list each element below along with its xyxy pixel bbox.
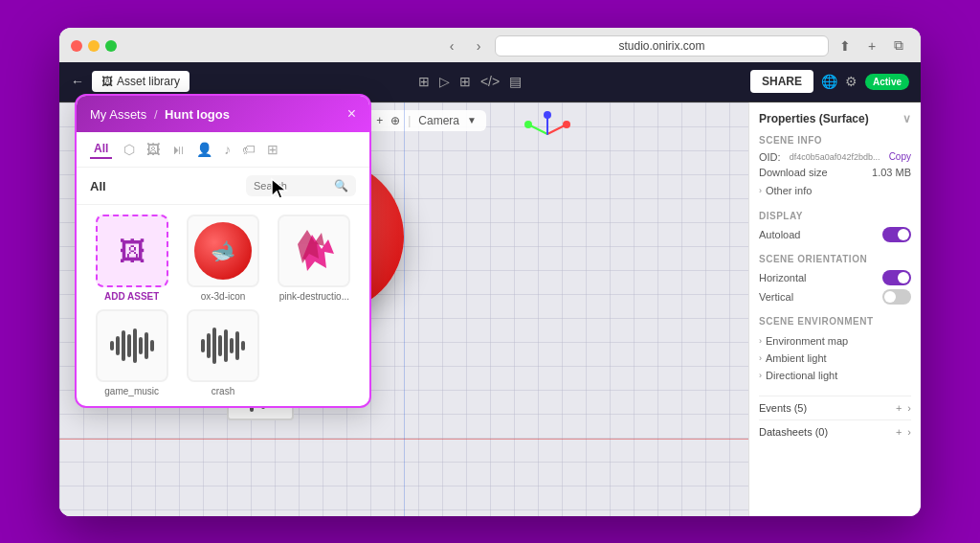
browser-window: ‹ › studio.onirix.com ⬆ + ⧉ ← 🖼 Asset li…	[59, 28, 921, 516]
search-input-wrap[interactable]: 🔍	[246, 175, 356, 196]
share-icon[interactable]: ⬆	[835, 35, 856, 57]
asset-thumb-crash[interactable]	[187, 309, 259, 382]
vertical-row: Vertical	[759, 289, 911, 305]
dot-red[interactable]	[71, 40, 82, 52]
copy-button[interactable]: Copy	[889, 151, 911, 162]
add-datasheet-icon[interactable]: +	[896, 426, 902, 438]
whale-icon-small: 🐋	[209, 237, 237, 265]
filter-tag-icon[interactable]: 🏷	[242, 142, 256, 157]
add-event-icon[interactable]: +	[896, 402, 902, 414]
close-button[interactable]: ×	[347, 105, 356, 123]
filter-audio-icon[interactable]: ♪	[224, 142, 231, 157]
grid-icon[interactable]: ⊞	[459, 74, 471, 89]
globe-icon: 🌐	[821, 74, 837, 89]
add-icon: 🖼	[119, 236, 145, 267]
expand-datasheets-icon[interactable]: ›	[907, 426, 911, 438]
active-badge: Active	[865, 74, 909, 90]
add-asset-thumb[interactable]: 🖼	[96, 215, 168, 287]
datasheets-row[interactable]: Datasheets (0) + ›	[759, 419, 911, 443]
address-bar[interactable]: studio.onirix.com	[495, 35, 829, 57]
camera-label: Camera	[418, 114, 459, 127]
filter-all-tab[interactable]: All	[90, 140, 112, 159]
play-icon[interactable]: ▷	[439, 74, 450, 89]
scene-info-section: SCENE INFO OID: df4c0b5a0af042f2bdb... C…	[759, 135, 911, 199]
tabs-icon[interactable]: ⧉	[888, 35, 909, 57]
browser-dots: ‹ › studio.onirix.com ⬆ + ⧉	[71, 35, 909, 57]
camera-dropdown-icon[interactable]: ▼	[467, 115, 477, 125]
download-value: 1.03 MB	[872, 167, 911, 178]
ox-3d-sphere: 🐋	[194, 222, 252, 280]
asset-item-pink-dest[interactable]: pink-destructio...	[273, 215, 356, 302]
add-object-icon[interactable]: +	[376, 114, 383, 127]
vertical-toggle[interactable]	[882, 289, 911, 305]
filter-video-icon[interactable]: ⏯	[171, 142, 185, 157]
asset-item-crash[interactable]: crash	[181, 309, 264, 396]
directional-light-row[interactable]: › Directional light	[759, 367, 911, 384]
add-asset-label: ADD ASSET	[104, 291, 159, 302]
filter-user-icon[interactable]: 👤	[196, 142, 212, 157]
axis-indicator	[523, 110, 571, 158]
svg-point-5	[544, 111, 551, 119]
orientation-section: SCENE ORIENTATION Horizontal Vertical	[759, 254, 911, 305]
asset-thumb-game-music[interactable]	[96, 309, 168, 382]
oid-value: df4c0b5a0af042f2bdb...	[790, 152, 880, 162]
layout-icon[interactable]: ▤	[509, 74, 522, 89]
autoload-row: Autoload	[759, 227, 911, 242]
nav-back-icon[interactable]: ‹	[441, 35, 462, 57]
env-map-row[interactable]: › Environment map	[759, 332, 911, 350]
oid-label: OID:	[759, 151, 781, 163]
asset-thumb-pink-dest[interactable]	[278, 215, 350, 287]
transform-icon[interactable]: ⊕	[390, 114, 400, 127]
filter-image-icon[interactable]: 🖼	[146, 142, 160, 157]
directional-light-label: Directional light	[766, 370, 837, 381]
download-row: Download size 1.03 MB	[759, 167, 911, 178]
header-center: ⊞ ▷ ⊞ </> ▤	[197, 74, 743, 89]
horizontal-label: Horizontal	[759, 272, 807, 283]
share-button[interactable]: SHARE	[750, 70, 813, 93]
other-info-row[interactable]: › Other info	[759, 182, 911, 199]
svg-point-3	[563, 121, 570, 128]
expand-events-icon[interactable]: ›	[907, 402, 911, 414]
asset-item-game-music[interactable]: game_music	[90, 309, 173, 396]
filter-3d-icon[interactable]: ⬡	[123, 142, 135, 157]
panel-title: Properties (Surface)	[759, 112, 869, 125]
dot-green[interactable]	[105, 40, 117, 52]
horizontal-toggle[interactable]	[882, 270, 911, 285]
search-input[interactable]	[254, 180, 330, 192]
chevron-right-icon-3: ›	[759, 353, 762, 363]
events-icons: + ›	[896, 402, 911, 414]
settings-icon[interactable]: ⚙	[845, 74, 858, 89]
image-icon: 🖼	[101, 75, 113, 88]
header-left: ← 🖼 Asset library	[71, 71, 189, 92]
asset-item-ox-3d[interactable]: 🐋 ox-3d-icon	[181, 215, 264, 302]
expand-icon[interactable]: ⊞	[418, 74, 430, 89]
ambient-light-row[interactable]: › Ambient light	[759, 350, 911, 367]
asset-label-pink-dest: pink-destructio...	[279, 291, 349, 302]
autoload-label: Autoload	[759, 229, 800, 240]
header-tools: ⊞ ▷ ⊞ </> ▤	[418, 74, 522, 89]
asset-library-overlay: My Assets / Hunt logos × All ⬡ 🖼 ⏯ 👤 ♪ 🏷…	[75, 94, 371, 408]
autoload-toggle[interactable]	[882, 227, 911, 242]
nav-forward-icon[interactable]: ›	[468, 35, 489, 57]
filter-grid-icon[interactable]: ⊞	[267, 142, 278, 157]
new-tab-icon[interactable]: +	[861, 35, 882, 57]
ambient-light-label: Ambient light	[766, 352, 827, 364]
filter-tabs: All ⬡ 🖼 ⏯ 👤 ♪ 🏷 ⊞	[77, 132, 369, 168]
asset-library-tab[interactable]: 🖼 Asset library	[92, 71, 189, 92]
back-icon[interactable]: ←	[71, 74, 84, 89]
search-bar: All 🔍	[77, 168, 369, 205]
add-asset-item[interactable]: 🖼 ADD ASSET	[90, 215, 173, 302]
asset-label-crash: crash	[212, 386, 234, 396]
horizontal-row: Horizontal	[759, 270, 911, 285]
asset-label-game-music: game_music	[104, 386, 159, 396]
search-icon: 🔍	[334, 179, 348, 192]
panel-collapse-icon[interactable]: ∨	[902, 112, 911, 125]
chevron-right-icon: ›	[759, 186, 762, 195]
asset-thumb-ox-3d[interactable]: 🐋	[187, 215, 259, 287]
chevron-right-icon-2: ›	[759, 336, 762, 346]
code-icon[interactable]: </>	[480, 74, 500, 89]
events-row[interactable]: Events (5) + ›	[759, 396, 911, 419]
dot-yellow[interactable]	[88, 40, 100, 52]
datasheets-icons: + ›	[896, 426, 911, 438]
oid-row: OID: df4c0b5a0af042f2bdb... Copy	[759, 151, 911, 163]
